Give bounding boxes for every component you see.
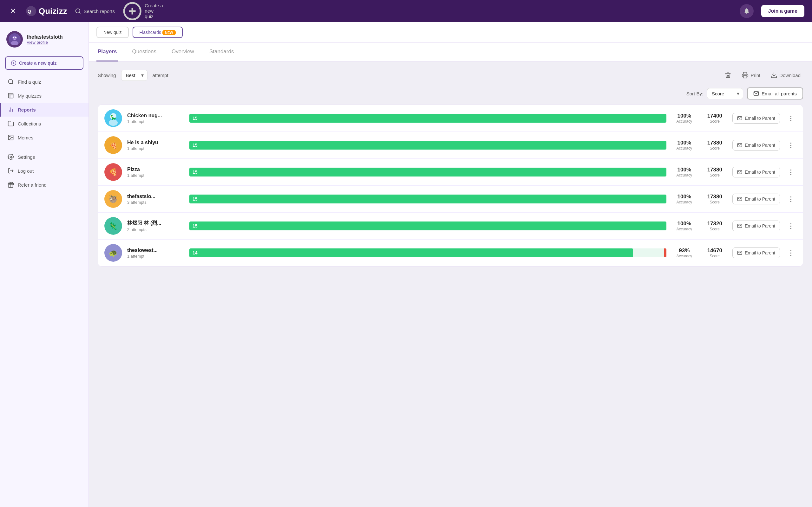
user-profile-section: thefastestsloth View profile (0, 27, 89, 54)
svg-point-11 (15, 37, 16, 38)
progress-bar-fill: 15 (189, 114, 666, 123)
player-info: Pizza 1 attempt (127, 167, 184, 178)
sidebar-navigation: Find a quiz My quizzes Reports Collectio… (0, 75, 89, 145)
print-button[interactable]: Print (739, 69, 763, 81)
player-name: Pizza (127, 167, 184, 172)
table-row: 🦎 林煜阳 林 (烈... 2 attempts 15 100% Accurac… (98, 213, 803, 239)
create-quiz-button[interactable]: Create a new quiz (122, 1, 163, 21)
email-parent-button[interactable]: Email to Parent (732, 193, 780, 205)
player-info: theslowest... 1 attempt (127, 247, 184, 259)
sidebar-item-my-quizzes[interactable]: My quizzes (0, 89, 89, 103)
progress-bar-label: 15 (193, 196, 198, 202)
tab-players[interactable]: Players (96, 43, 118, 61)
email-parent-button[interactable]: Email to Parent (732, 167, 780, 177)
progress-bar: 15 (189, 194, 666, 204)
progress-bar-fill: 15 (189, 222, 666, 230)
score-stat: 17380 Score (702, 140, 727, 151)
player-attempts: 1 attempt (127, 173, 184, 178)
svg-rect-29 (744, 76, 747, 78)
more-options-button[interactable]: ⋮ (785, 194, 797, 204)
progress-bar: 15 (189, 114, 666, 123)
sidebar-item-collections[interactable]: Collections (0, 117, 89, 130)
sidebar-item-find[interactable]: Find a quiz (0, 75, 89, 89)
more-options-button[interactable]: ⋮ (785, 140, 797, 150)
accuracy-stat: 100% Accuracy (671, 193, 697, 205)
progress-bar-fill: 15 (189, 168, 666, 176)
best-select[interactable]: Best (121, 70, 148, 81)
join-game-button[interactable]: Join a game (761, 5, 804, 17)
search-button[interactable]: Search reports (75, 8, 115, 14)
best-select-wrapper[interactable]: Best (121, 70, 148, 81)
score-stat: 17400 Score (702, 113, 727, 124)
email-parent-button[interactable]: Email to Parent (732, 113, 780, 124)
close-button[interactable]: ✕ (8, 6, 18, 16)
delete-button[interactable] (722, 69, 734, 81)
score-stat: 17320 Score (702, 221, 727, 231)
view-profile-link[interactable]: View profile (27, 40, 63, 45)
progress-bar-label: 15 (193, 223, 198, 228)
logo[interactable]: Q Quizizz (26, 6, 67, 16)
tab-questions[interactable]: Questions (131, 43, 158, 61)
more-options-button[interactable]: ⋮ (785, 167, 797, 177)
progress-bar-fill: 14 (189, 248, 633, 257)
sort-by-label: Sort By: (687, 91, 703, 96)
table-row: 🦥 thefastslo... 3 attempts 15 100% Accur… (98, 186, 803, 213)
notifications-button[interactable] (740, 4, 754, 18)
avatar: 🍕 (104, 136, 122, 154)
new-badge: NEW (162, 30, 176, 35)
tab-overview[interactable]: Overview (170, 43, 195, 61)
new-quiz-button[interactable]: New quiz (96, 26, 129, 38)
player-attempts: 1 attempt (127, 119, 184, 124)
sidebar-item-memes[interactable]: Memes (0, 130, 89, 145)
progress-bar-label: 14 (193, 250, 198, 256)
player-info: Chicken nug... 1 attempt (127, 113, 184, 124)
sidebar-item-refer[interactable]: Refer a friend (0, 178, 89, 192)
progress-bar-label: 15 (193, 116, 198, 121)
more-options-button[interactable]: ⋮ (785, 113, 797, 123)
avatar: 🦎 (104, 217, 122, 235)
download-button[interactable]: Download (768, 69, 803, 81)
player-info: He is a shiyu 1 attempt (127, 140, 184, 151)
sort-select-wrapper[interactable]: Score Name Accuracy (707, 88, 743, 99)
svg-point-16 (9, 79, 13, 83)
tab-standards[interactable]: Standards (208, 43, 235, 61)
table-row: 🍕 He is a shiyu 1 attempt 15 100% Accura… (98, 132, 803, 159)
svg-text:🐢: 🐢 (109, 249, 118, 257)
more-options-button[interactable]: ⋮ (785, 248, 797, 258)
wrong-bar-end (664, 248, 666, 257)
svg-point-33 (109, 119, 118, 126)
flashcards-button[interactable]: Flashcards NEW (133, 26, 183, 38)
avatar: 🦥 (104, 190, 122, 208)
sidebar-create-quiz-button[interactable]: Create a new quiz (5, 56, 84, 70)
progress-bar-label: 15 (193, 143, 198, 148)
svg-line-17 (12, 83, 13, 84)
email-parent-button[interactable]: Email to Parent (732, 140, 780, 151)
progress-bar-fill: 15 (189, 194, 666, 204)
player-name: He is a shiyu (127, 140, 184, 146)
sidebar-item-logout[interactable]: Log out (0, 164, 89, 178)
table-row: 🐢 theslowest... 1 attempt 14 93% (98, 239, 803, 266)
player-attempts: 1 attempt (127, 254, 184, 259)
email-parent-button[interactable]: Email to Parent (732, 221, 780, 231)
sidebar-item-reports[interactable]: Reports (0, 103, 89, 117)
score-stat: 17380 Score (702, 167, 727, 177)
sidebar-item-settings[interactable]: Settings (0, 150, 89, 164)
svg-point-26 (10, 156, 12, 158)
sort-select[interactable]: Score Name Accuracy (707, 88, 743, 99)
player-name: Chicken nug... (127, 113, 184, 118)
player-name: theslowest... (127, 247, 184, 253)
accuracy-stat: 93% Accuracy (671, 247, 697, 258)
sidebar: thefastestsloth View profile Create a ne… (0, 22, 89, 507)
email-parent-button[interactable]: Email to Parent (732, 247, 780, 258)
player-attempts: 2 attempts (127, 227, 184, 232)
top-navigation: ✕ Q Quizizz Search reports Create a new … (0, 0, 812, 22)
svg-point-25 (9, 136, 10, 137)
email-all-parents-button[interactable]: Email all parents (747, 88, 803, 100)
svg-text:Q: Q (28, 9, 31, 14)
player-info: thefastslo... 3 attempts (127, 193, 184, 205)
attempt-label: attempt (153, 72, 168, 78)
svg-line-3 (79, 12, 80, 14)
progress-bar-fill: 15 (189, 141, 666, 150)
more-options-button[interactable]: ⋮ (785, 221, 797, 231)
tabs-navigation: Players Questions Overview Standards (89, 43, 812, 61)
